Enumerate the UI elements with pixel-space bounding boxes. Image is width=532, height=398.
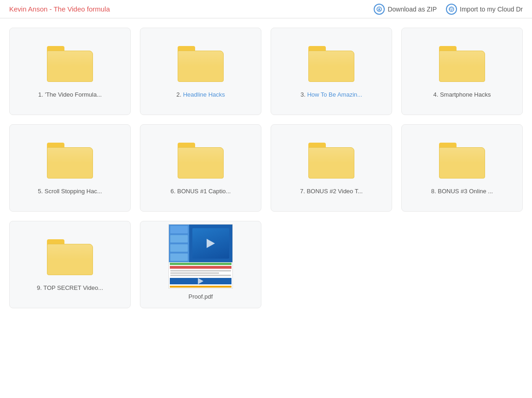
folder-label-7: 7. BONUS #2 Video T...: [300, 188, 363, 196]
folder-link-2[interactable]: Headline Hacks: [183, 91, 225, 98]
folder-item-3[interactable]: 3. How To Be Amazin...: [271, 28, 392, 115]
folder-item-7[interactable]: 7. BONUS #2 Video T...: [271, 124, 392, 212]
folder-item-9[interactable]: 9. TOP SECRET Video...: [9, 221, 131, 308]
folder-item-5[interactable]: 5. Scroll Stopping Hac...: [9, 124, 131, 212]
folder-item-2[interactable]: 2. Headline Hacks: [140, 28, 261, 115]
folder-icon-5: [47, 143, 93, 179]
folder-item-4[interactable]: 4. Smartphone Hacks: [401, 28, 523, 115]
folder-icon-4: [439, 46, 485, 83]
download-zip-label: Download as ZIP: [387, 6, 437, 13]
import-cloud-icon: [446, 4, 457, 15]
folder-label-1: 1. 'The Video Formula...: [38, 91, 102, 99]
page-title: Kevin Anson - The Video formula: [9, 5, 110, 13]
folder-label-6: 6. BONUS #1 Captio...: [171, 188, 231, 196]
import-cloud-button[interactable]: Import to my Cloud Dr: [446, 4, 523, 15]
main-content: 1. 'The Video Formula... 2. Headline Hac…: [0, 18, 532, 317]
folder-label-8: 8. BONUS #3 Online ...: [431, 188, 493, 196]
folder-label-3: 3. How To Be Amazin...: [301, 91, 362, 99]
pdf-label: Proof.pdf: [189, 293, 213, 301]
folder-icon-7: [308, 143, 354, 179]
header-actions: Download as ZIP Import to my Cloud Dr: [374, 4, 523, 15]
folder-label-5: 5. Scroll Stopping Hac...: [38, 188, 102, 196]
folder-label-2: 2. Headline Hacks: [176, 91, 225, 99]
download-zip-button[interactable]: Download as ZIP: [374, 4, 437, 15]
folder-item-1[interactable]: 1. 'The Video Formula...: [9, 28, 131, 115]
folder-label-4: 4. Smartphone Hacks: [433, 91, 491, 99]
folder-icon-3: [308, 46, 354, 83]
download-zip-icon: [374, 4, 385, 15]
header: Kevin Anson - The Video formula Download…: [0, 0, 532, 18]
folder-icon-8: [439, 143, 485, 179]
pdf-preview: [168, 224, 233, 288]
folder-icon-9: [47, 239, 93, 276]
folder-label-9: 9. TOP SECRET Video...: [37, 284, 103, 292]
folder-icon-2: [178, 46, 224, 83]
pdf-item-proof[interactable]: Proof.pdf: [140, 221, 261, 308]
file-grid: 1. 'The Video Formula... 2. Headline Hac…: [9, 28, 523, 308]
folder-link-3[interactable]: How To Be Amazin...: [307, 91, 362, 98]
folder-icon-1: [47, 46, 93, 83]
folder-icon-6: [178, 143, 224, 179]
import-cloud-label: Import to my Cloud Dr: [460, 6, 523, 13]
folder-item-6[interactable]: 6. BONUS #1 Captio...: [140, 124, 261, 212]
folder-item-8[interactable]: 8. BONUS #3 Online ...: [401, 124, 523, 212]
